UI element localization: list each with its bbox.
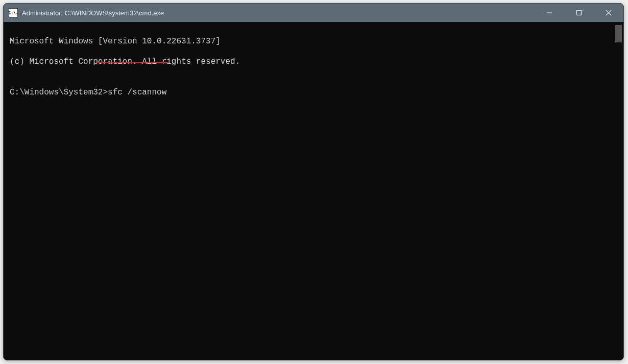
prompt-line: C:\Windows\System32>sfc /scannow [10, 87, 166, 98]
minimize-icon [546, 10, 552, 16]
close-button[interactable] [594, 4, 623, 22]
vertical-scrollbar[interactable] [613, 22, 623, 360]
red-underline-annotation [96, 62, 168, 63]
maximize-icon [576, 10, 582, 16]
command-text: sfc /scannow [108, 88, 166, 97]
window-title: Administrator: C:\WINDOWS\system32\cmd.e… [22, 9, 535, 17]
prompt-text: C:\Windows\System32> [10, 88, 108, 97]
titlebar[interactable]: C:\. Administrator: C:\WINDOWS\system32\… [4, 4, 623, 22]
cmd-window: C:\. Administrator: C:\WINDOWS\system32\… [3, 3, 624, 360]
close-icon [606, 10, 612, 16]
terminal-output[interactable]: Microsoft Windows [Version 10.0.22631.37… [4, 22, 613, 360]
terminal-container: Microsoft Windows [Version 10.0.22631.37… [4, 22, 623, 360]
scrollbar-thumb[interactable] [615, 25, 622, 42]
minimize-button[interactable] [535, 4, 564, 22]
svg-rect-1 [577, 11, 582, 15]
window-controls [535, 4, 623, 22]
cmd-icon: C:\. [9, 8, 18, 17]
version-line: Microsoft Windows [Version 10.0.22631.37… [10, 36, 607, 46]
maximize-button[interactable] [564, 4, 594, 22]
